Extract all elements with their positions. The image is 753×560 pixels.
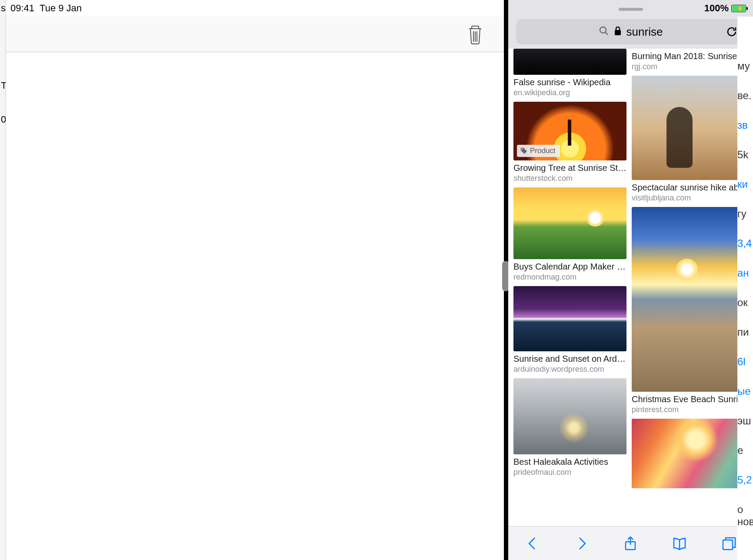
battery-icon: ⚡: [731, 5, 746, 12]
svg-point-0: [600, 27, 606, 33]
result-source: visitljubljana.com: [632, 193, 748, 203]
bookmarks-button[interactable]: [670, 533, 690, 553]
svg-rect-5: [723, 540, 733, 550]
back-button[interactable]: [523, 533, 543, 553]
tag-icon: [520, 147, 527, 154]
chevron-left-icon: [525, 536, 540, 551]
result-thumbnail[interactable]: [632, 76, 748, 180]
result-source: shutterstock.com: [513, 174, 626, 183]
reload-button[interactable]: [725, 25, 738, 40]
url-bar[interactable]: sunrise: [516, 19, 745, 44]
trash-icon: [466, 24, 484, 45]
result-thumbnail[interactable]: Product: [513, 102, 626, 160]
svg-point-3: [522, 149, 523, 150]
notes-toolbar: [6, 17, 504, 52]
image-result[interactable]: Christmas Eve Beach Sunri…pinterest.com: [632, 207, 748, 414]
result-title: Sunrise and Sunset on Ard…: [513, 354, 626, 364]
image-result[interactable]: Burning Man 2018: Sunrise …rgj.com: [632, 49, 748, 71]
result-thumbnail[interactable]: [632, 419, 748, 488]
status-time: 09:41: [10, 3, 34, 14]
url-text: sunrise: [626, 25, 663, 39]
notes-app-pane: [6, 0, 504, 560]
ipad-split-view: 09:41 Tue 9 Jan 100% ⚡ s T 0: [0, 0, 753, 560]
product-badge: Product: [517, 145, 560, 157]
forward-button[interactable]: [572, 533, 592, 553]
right-edge-sliver: муве.зв5kкигу3,4анокпи6lыeэше5,2о нови: [737, 17, 753, 560]
safari-toolbar: [508, 526, 753, 560]
image-result[interactable]: False sunrise - Wikipediaen.wikipedia.or…: [513, 49, 626, 97]
search-icon: [599, 26, 609, 38]
share-icon: [623, 536, 638, 551]
result-source: arduinodiy.wordpress.com: [513, 365, 626, 374]
image-results[interactable]: False sunrise - Wikipediaen.wikipedia.or…: [508, 49, 753, 526]
result-source: prideofmaui.com: [513, 468, 626, 477]
image-result[interactable]: Buys Calendar App Maker …redmondmag.com: [513, 187, 626, 282]
image-result[interactable]: Sunrise and Sunset on Ard…arduinodiy.wor…: [513, 286, 626, 374]
result-thumbnail[interactable]: [513, 378, 626, 454]
svg-rect-2: [615, 30, 621, 35]
result-source: pinterest.com: [632, 405, 748, 414]
status-date: Tue 9 Jan: [40, 3, 82, 14]
chevron-right-icon: [574, 536, 590, 551]
tabs-button[interactable]: [719, 533, 739, 553]
result-title: Growing Tree at Sunrise St…: [513, 163, 626, 173]
result-title: False sunrise - Wikipedia: [513, 77, 626, 87]
status-bar: 09:41 Tue 9 Jan 100% ⚡: [0, 0, 753, 17]
share-button[interactable]: [620, 533, 640, 553]
result-title: Best Haleakala Activities: [513, 457, 626, 467]
result-title: Christmas Eve Beach Sunri…: [632, 394, 748, 404]
result-source: redmondmag.com: [513, 273, 626, 282]
left-edge-sliver: s T 0: [0, 0, 6, 560]
result-thumbnail[interactable]: [513, 49, 626, 75]
note-body[interactable]: [6, 52, 504, 560]
result-source: en.wikipedia.org: [513, 88, 626, 97]
image-result[interactable]: ProductGrowing Tree at Sunrise St…shutte…: [513, 102, 626, 183]
reload-icon: [725, 25, 738, 38]
result-thumbnail[interactable]: [513, 286, 626, 351]
image-result[interactable]: Spectacular sunrise hike ab…visitljublja…: [632, 76, 748, 203]
tabs-icon: [721, 536, 736, 551]
result-source: rgj.com: [632, 62, 748, 71]
battery-percent: 100%: [704, 3, 729, 14]
lock-icon: [613, 26, 622, 38]
safari-pane: sunrise False sunrise - Wikipediaen.wiki…: [508, 0, 753, 560]
result-title: Spectacular sunrise hike ab…: [632, 183, 748, 193]
split-view-divider[interactable]: [504, 0, 508, 560]
image-result[interactable]: [632, 419, 748, 488]
result-title: Burning Man 2018: Sunrise …: [632, 51, 748, 61]
result-thumbnail[interactable]: [513, 187, 626, 259]
result-title: Buys Calendar App Maker …: [513, 262, 626, 272]
book-icon: [672, 536, 687, 551]
result-thumbnail[interactable]: [632, 207, 748, 392]
image-result[interactable]: Best Haleakala Activitiesprideofmaui.com: [513, 378, 626, 477]
delete-note-button[interactable]: [466, 24, 484, 45]
svg-line-1: [605, 32, 608, 35]
